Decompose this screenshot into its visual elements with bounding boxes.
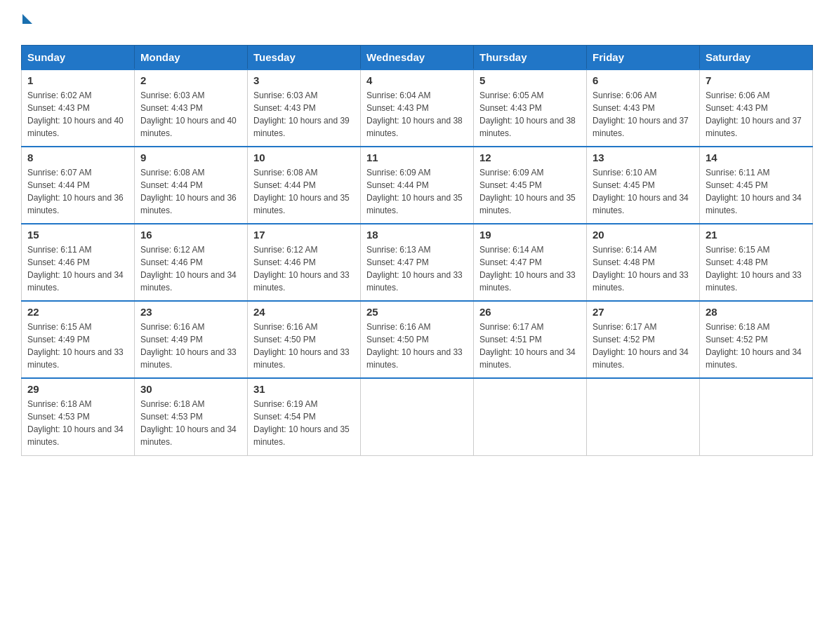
day-number: 24: [253, 306, 355, 318]
day-number: 22: [27, 306, 128, 318]
column-header-monday: Monday: [135, 46, 248, 70]
day-cell: 5 Sunrise: 6:05 AM Sunset: 4:43 PM Dayli…: [474, 69, 587, 147]
day-info: Sunrise: 6:05 AM Sunset: 4:43 PM Dayligh…: [479, 89, 581, 140]
day-info: Sunrise: 6:06 AM Sunset: 4:43 PM Dayligh…: [593, 89, 694, 140]
day-number: 8: [27, 152, 128, 163]
day-number: 26: [479, 306, 581, 318]
day-cell: 20 Sunrise: 6:14 AM Sunset: 4:48 PM Dayl…: [587, 224, 700, 301]
day-number: 15: [27, 229, 128, 241]
column-header-friday: Friday: [587, 46, 700, 70]
day-cell: 26 Sunrise: 6:17 AM Sunset: 4:51 PM Dayl…: [474, 301, 587, 378]
column-header-sunday: Sunday: [22, 46, 135, 70]
day-info: Sunrise: 6:18 AM Sunset: 4:53 PM Dayligh…: [140, 398, 241, 448]
day-number: 25: [366, 306, 468, 318]
day-cell: 30 Sunrise: 6:18 AM Sunset: 4:53 PM Dayl…: [135, 378, 248, 455]
column-header-tuesday: Tuesday: [248, 46, 361, 70]
day-cell: 15 Sunrise: 6:11 AM Sunset: 4:46 PM Dayl…: [22, 224, 135, 301]
day-info: Sunrise: 6:16 AM Sunset: 4:50 PM Dayligh…: [366, 321, 468, 371]
day-cell: 22 Sunrise: 6:15 AM Sunset: 4:49 PM Dayl…: [22, 301, 135, 378]
day-cell: [700, 378, 813, 455]
day-number: 2: [140, 74, 241, 86]
day-info: Sunrise: 6:02 AM Sunset: 4:43 PM Dayligh…: [27, 89, 128, 140]
day-number: 20: [593, 229, 694, 241]
column-header-wednesday: Wednesday: [361, 46, 474, 70]
day-cell: 31 Sunrise: 6:19 AM Sunset: 4:54 PM Dayl…: [248, 378, 361, 455]
day-cell: 18 Sunrise: 6:13 AM Sunset: 4:47 PM Dayl…: [361, 224, 474, 301]
day-info: Sunrise: 6:09 AM Sunset: 4:45 PM Dayligh…: [479, 166, 581, 217]
day-info: Sunrise: 6:04 AM Sunset: 4:43 PM Dayligh…: [366, 89, 468, 140]
day-cell: 23 Sunrise: 6:16 AM Sunset: 4:49 PM Dayl…: [135, 301, 248, 378]
day-number: 31: [253, 383, 355, 395]
day-cell: [474, 378, 587, 455]
day-info: Sunrise: 6:18 AM Sunset: 4:52 PM Dayligh…: [706, 321, 807, 371]
day-info: Sunrise: 6:11 AM Sunset: 4:46 PM Dayligh…: [27, 243, 128, 294]
day-number: 6: [593, 74, 694, 86]
day-cell: 29 Sunrise: 6:18 AM Sunset: 4:53 PM Dayl…: [22, 378, 135, 455]
day-cell: 7 Sunrise: 6:06 AM Sunset: 4:43 PM Dayli…: [700, 69, 813, 147]
day-info: Sunrise: 6:18 AM Sunset: 4:53 PM Dayligh…: [27, 398, 128, 448]
day-number: 23: [140, 306, 241, 318]
day-cell: 9 Sunrise: 6:08 AM Sunset: 4:44 PM Dayli…: [135, 147, 248, 224]
logo: [21, 14, 32, 31]
day-info: Sunrise: 6:12 AM Sunset: 4:46 PM Dayligh…: [140, 243, 241, 294]
day-info: Sunrise: 6:09 AM Sunset: 4:44 PM Dayligh…: [366, 166, 468, 217]
header-row: SundayMondayTuesdayWednesdayThursdayFrid…: [22, 46, 813, 70]
day-info: Sunrise: 6:13 AM Sunset: 4:47 PM Dayligh…: [366, 243, 468, 294]
day-info: Sunrise: 6:07 AM Sunset: 4:44 PM Dayligh…: [27, 166, 128, 217]
day-cell: 19 Sunrise: 6:14 AM Sunset: 4:47 PM Dayl…: [474, 224, 587, 301]
day-number: 5: [479, 74, 581, 86]
day-number: 1: [27, 74, 128, 86]
page-header: [21, 14, 813, 31]
day-info: Sunrise: 6:12 AM Sunset: 4:46 PM Dayligh…: [253, 243, 355, 294]
day-number: 28: [706, 306, 807, 318]
day-info: Sunrise: 6:11 AM Sunset: 4:45 PM Dayligh…: [706, 166, 807, 217]
day-info: Sunrise: 6:08 AM Sunset: 4:44 PM Dayligh…: [253, 166, 355, 217]
week-row-1: 1 Sunrise: 6:02 AM Sunset: 4:43 PM Dayli…: [22, 69, 813, 147]
day-number: 27: [593, 306, 694, 318]
day-info: Sunrise: 6:14 AM Sunset: 4:48 PM Dayligh…: [593, 243, 694, 294]
day-cell: 14 Sunrise: 6:11 AM Sunset: 4:45 PM Dayl…: [700, 147, 813, 224]
day-cell: 10 Sunrise: 6:08 AM Sunset: 4:44 PM Dayl…: [248, 147, 361, 224]
day-info: Sunrise: 6:16 AM Sunset: 4:49 PM Dayligh…: [140, 321, 241, 371]
day-number: 13: [593, 152, 694, 163]
day-info: Sunrise: 6:17 AM Sunset: 4:51 PM Dayligh…: [479, 321, 581, 371]
day-number: 16: [140, 229, 241, 241]
day-info: Sunrise: 6:19 AM Sunset: 4:54 PM Dayligh…: [253, 398, 355, 448]
day-number: 30: [140, 383, 241, 395]
day-number: 14: [706, 152, 807, 163]
day-number: 7: [706, 74, 807, 86]
day-cell: 25 Sunrise: 6:16 AM Sunset: 4:50 PM Dayl…: [361, 301, 474, 378]
day-cell: 2 Sunrise: 6:03 AM Sunset: 4:43 PM Dayli…: [135, 69, 248, 147]
day-number: 9: [140, 152, 241, 163]
calendar-table: SundayMondayTuesdayWednesdayThursdayFrid…: [21, 45, 813, 456]
day-cell: 12 Sunrise: 6:09 AM Sunset: 4:45 PM Dayl…: [474, 147, 587, 224]
week-row-2: 8 Sunrise: 6:07 AM Sunset: 4:44 PM Dayli…: [22, 147, 813, 224]
calendar-body: 1 Sunrise: 6:02 AM Sunset: 4:43 PM Dayli…: [22, 69, 813, 455]
day-cell: 13 Sunrise: 6:10 AM Sunset: 4:45 PM Dayl…: [587, 147, 700, 224]
logo-triangle-icon: [22, 14, 32, 24]
week-row-5: 29 Sunrise: 6:18 AM Sunset: 4:53 PM Dayl…: [22, 378, 813, 455]
day-cell: 17 Sunrise: 6:12 AM Sunset: 4:46 PM Dayl…: [248, 224, 361, 301]
day-info: Sunrise: 6:03 AM Sunset: 4:43 PM Dayligh…: [140, 89, 241, 140]
day-number: 29: [27, 383, 128, 395]
day-info: Sunrise: 6:06 AM Sunset: 4:43 PM Dayligh…: [706, 89, 807, 140]
column-header-thursday: Thursday: [474, 46, 587, 70]
day-cell: 4 Sunrise: 6:04 AM Sunset: 4:43 PM Dayli…: [361, 69, 474, 147]
day-cell: 28 Sunrise: 6:18 AM Sunset: 4:52 PM Dayl…: [700, 301, 813, 378]
day-cell: 3 Sunrise: 6:03 AM Sunset: 4:43 PM Dayli…: [248, 69, 361, 147]
day-number: 18: [366, 229, 468, 241]
day-info: Sunrise: 6:14 AM Sunset: 4:47 PM Dayligh…: [479, 243, 581, 294]
day-info: Sunrise: 6:08 AM Sunset: 4:44 PM Dayligh…: [140, 166, 241, 217]
day-number: 19: [479, 229, 581, 241]
calendar-header: SundayMondayTuesdayWednesdayThursdayFrid…: [22, 46, 813, 70]
week-row-4: 22 Sunrise: 6:15 AM Sunset: 4:49 PM Dayl…: [22, 301, 813, 378]
day-info: Sunrise: 6:17 AM Sunset: 4:52 PM Dayligh…: [593, 321, 694, 371]
day-number: 11: [366, 152, 468, 163]
day-cell: [361, 378, 474, 455]
day-info: Sunrise: 6:16 AM Sunset: 4:50 PM Dayligh…: [253, 321, 355, 371]
day-info: Sunrise: 6:15 AM Sunset: 4:49 PM Dayligh…: [27, 321, 128, 371]
column-header-saturday: Saturday: [700, 46, 813, 70]
day-cell: 21 Sunrise: 6:15 AM Sunset: 4:48 PM Dayl…: [700, 224, 813, 301]
day-cell: 16 Sunrise: 6:12 AM Sunset: 4:46 PM Dayl…: [135, 224, 248, 301]
day-info: Sunrise: 6:15 AM Sunset: 4:48 PM Dayligh…: [706, 243, 807, 294]
